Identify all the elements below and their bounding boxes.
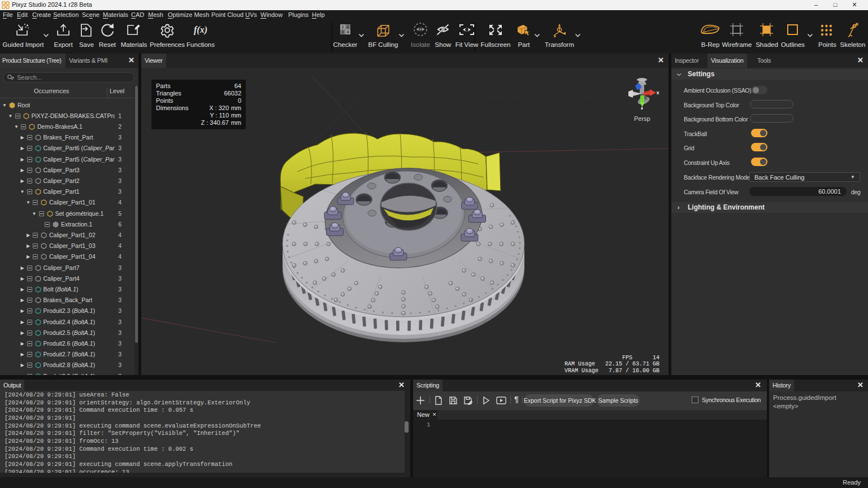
svg-text:4: 4	[347, 30, 349, 34]
svg-text:3: 3	[342, 30, 344, 34]
svg-text:f(x): f(x)	[194, 25, 207, 35]
svg-text:2: 2	[347, 25, 349, 29]
svg-text:x: x	[656, 90, 659, 95]
svg-text:1: 1	[342, 25, 344, 29]
